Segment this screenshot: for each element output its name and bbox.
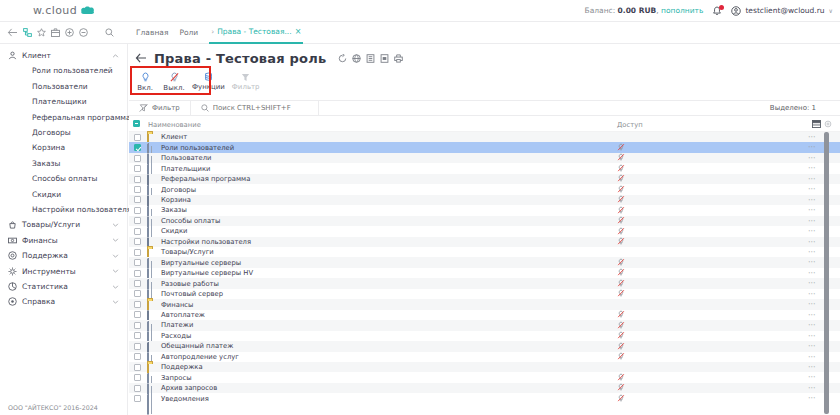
row-checkbox[interactable] — [134, 270, 141, 277]
hierarchy-icon[interactable] — [23, 28, 32, 37]
columns-settings-icon[interactable] — [812, 120, 821, 128]
row-menu-button[interactable]: ⋯ — [808, 132, 816, 141]
table-row[interactable]: Архив запросов⋯ — [129, 383, 840, 393]
sidebar-section-support[interactable]: Поддержка — [0, 248, 127, 263]
search-icon[interactable] — [105, 28, 114, 37]
row-checkbox[interactable] — [134, 385, 141, 392]
table-row[interactable]: Товары/Услуги⋯ — [129, 247, 840, 257]
sidebar-section-gear[interactable]: Инструменты — [0, 263, 127, 278]
row-menu-button[interactable]: ⋯ — [808, 163, 816, 172]
close-tab-icon[interactable]: × — [295, 27, 302, 36]
sidebar-section-banknote[interactable]: Финансы — [0, 233, 127, 248]
sidebar-item[interactable]: Плательщики — [0, 94, 127, 109]
row-checkbox[interactable] — [134, 374, 141, 381]
row-checkbox[interactable] — [134, 343, 141, 350]
row-menu-button[interactable]: ⋯ — [808, 153, 816, 162]
row-checkbox[interactable] — [134, 176, 141, 183]
row-checkbox[interactable] — [134, 165, 141, 172]
table-row[interactable]: Корзина⋯ — [129, 195, 840, 205]
sidebar-item[interactable]: Роли пользователей — [0, 63, 127, 78]
row-checkbox[interactable] — [134, 144, 141, 151]
row-menu-button[interactable]: ⋯ — [808, 247, 816, 256]
search-input[interactable] — [213, 104, 308, 112]
row-menu-button[interactable]: ⋯ — [808, 237, 816, 246]
filter-toggle[interactable]: Фильтр — [129, 101, 191, 115]
row-checkbox[interactable] — [134, 322, 141, 329]
table-row[interactable]: Настройки пользователя⋯ — [129, 237, 840, 247]
table-row[interactable]: Поддержка⋯ — [129, 362, 840, 372]
row-menu-button[interactable]: ⋯ — [808, 195, 816, 204]
collapse-all-icon[interactable] — [79, 28, 88, 37]
sidebar-section-cart[interactable]: Товары/Услуги — [0, 217, 127, 232]
table-row[interactable]: Договоры⋯ — [129, 184, 840, 194]
refresh-icon[interactable] — [338, 54, 347, 63]
enable-button[interactable]: Вкл. — [134, 66, 156, 97]
table-row[interactable]: Заказы⋯ — [129, 205, 840, 215]
table-row[interactable]: Расходы⋯ — [129, 331, 840, 341]
table-row[interactable]: Почтовый сервер⋯ — [129, 289, 840, 299]
row-menu-button[interactable]: ⋯ — [808, 205, 816, 214]
table-row[interactable]: Уведомления⋯ — [129, 393, 840, 403]
sidebar-item[interactable]: Договоры — [0, 125, 127, 140]
row-menu-button[interactable]: ⋯ — [808, 320, 816, 329]
row-checkbox[interactable] — [134, 217, 141, 224]
row-checkbox[interactable] — [134, 134, 141, 141]
table-row[interactable]: Виртуальные серверы HV⋯ — [129, 268, 840, 278]
print-icon[interactable] — [394, 54, 403, 63]
select-all-checkbox[interactable] — [133, 120, 140, 127]
sidebar-item[interactable]: Скидки — [0, 187, 127, 202]
breadcrumb-home[interactable]: Главная — [136, 28, 168, 37]
expand-all-icon[interactable] — [65, 28, 74, 37]
row-menu-button[interactable]: ⋯ — [808, 331, 816, 340]
row-menu-button[interactable]: ⋯ — [808, 142, 816, 151]
table-settings-icon[interactable] — [824, 120, 832, 128]
row-menu-button[interactable]: ⋯ — [808, 289, 816, 298]
sidebar-item[interactable]: Заказы — [0, 156, 127, 171]
table-row[interactable]: Финансы⋯ — [129, 299, 840, 309]
row-menu-button[interactable]: ⋯ — [808, 299, 816, 308]
row-menu-button[interactable]: ⋯ — [808, 226, 816, 235]
functions-button[interactable]: Функции — [192, 66, 225, 97]
row-menu-button[interactable]: ⋯ — [808, 352, 816, 361]
scrollbar[interactable] — [824, 132, 829, 414]
row-checkbox[interactable] — [134, 259, 141, 266]
row-checkbox[interactable] — [134, 301, 141, 308]
row-menu-button[interactable]: ⋯ — [808, 174, 816, 183]
breadcrumb-active-tab[interactable]: › Права - Тестовая... × — [209, 22, 303, 44]
sidebar-section-help[interactable]: Справка — [0, 294, 127, 309]
row-checkbox[interactable] — [134, 332, 141, 339]
row-menu-button[interactable]: ⋯ — [808, 184, 816, 193]
row-checkbox[interactable] — [134, 311, 141, 318]
row-menu-button[interactable]: ⋯ — [808, 268, 816, 277]
archive-icon[interactable] — [51, 28, 60, 37]
table-row[interactable]: Запросы⋯ — [129, 372, 840, 382]
row-menu-button[interactable]: ⋯ — [808, 393, 816, 402]
sidebar-item[interactable]: Реферальная программа — [0, 110, 127, 125]
row-checkbox[interactable] — [134, 280, 141, 287]
table-row[interactable]: Обещанный платеж⋯ — [129, 341, 840, 351]
user-menu[interactable]: testclient@wcloud.ru ∨ — [731, 6, 833, 16]
row-checkbox[interactable] — [134, 290, 141, 297]
table-row[interactable]: Автопродление услуг⋯ — [129, 352, 840, 362]
row-checkbox[interactable] — [134, 249, 141, 256]
row-menu-button[interactable]: ⋯ — [808, 310, 816, 319]
export-icon[interactable] — [380, 54, 389, 63]
log-icon[interactable] — [366, 54, 375, 63]
row-checkbox[interactable] — [134, 155, 141, 162]
topup-link[interactable]: пополнить — [661, 6, 703, 15]
row-checkbox[interactable] — [134, 186, 141, 193]
scrollbar-thumb[interactable] — [824, 132, 829, 414]
table-row[interactable]: Реферальная программа⋯ — [129, 174, 840, 184]
row-menu-button[interactable]: ⋯ — [808, 278, 816, 287]
row-menu-button[interactable]: ⋯ — [808, 362, 816, 371]
sidebar-item[interactable]: Корзина — [0, 140, 127, 155]
back-icon[interactable] — [7, 28, 18, 37]
sidebar-section-pie[interactable]: Статистика — [0, 279, 127, 294]
notifications-button[interactable] — [712, 6, 722, 16]
row-menu-button[interactable]: ⋯ — [808, 341, 816, 350]
row-menu-button[interactable]: ⋯ — [808, 372, 816, 381]
row-menu-button[interactable]: ⋯ — [808, 383, 816, 392]
disable-button[interactable]: Выкл. — [163, 66, 185, 97]
table-row[interactable]: Платежи⋯ — [129, 320, 840, 330]
sidebar-section-person[interactable]: Клиент — [0, 48, 127, 63]
